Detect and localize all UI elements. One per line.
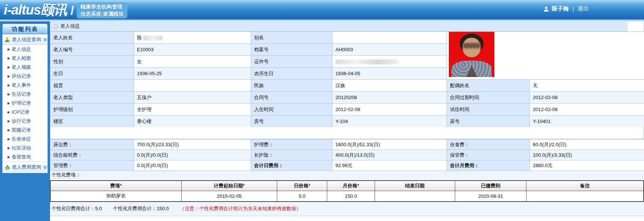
field-label: 档案号: [251, 44, 332, 56]
bullet-icon: [7, 85, 9, 86]
field-label: 入住时间: [251, 104, 332, 116]
field-label: 民族: [251, 80, 332, 92]
fee-value-management: 0.0(月)/0.0(日): [134, 160, 251, 171]
field-label: 老人姓名: [50, 32, 134, 44]
fee-label-insurance: 长护险：: [251, 150, 332, 160]
bullet-icon: [7, 76, 9, 77]
cell-monthly-price: 150.0: [327, 191, 375, 202]
field-value-checkin-time: 2012-02-08: [332, 104, 447, 116]
redacted-value: [335, 59, 399, 64]
money-bag-icon: $: [5, 165, 10, 170]
field-value-lunar-birthday: 1936-04-05: [332, 68, 447, 80]
sidebar-section-elder-info-query[interactable]: 老人信息查询: [3, 34, 47, 45]
field-label: 床号: [447, 116, 530, 128]
sidebar: 功能列表 老人信息查询 老人信息: [0, 21, 50, 221]
summary-daily-total: 个性化日费用合计：5.0: [51, 206, 102, 211]
redacted-value: [143, 36, 163, 40]
sidebar-item-elder-info[interactable]: 老人信息: [3, 45, 47, 54]
sidebar-item-life-records[interactable]: 生活记录: [3, 90, 47, 99]
field-label: 证件号: [251, 56, 332, 68]
table-row: 管理费： 0.0(月)/0.0(日) 合计日费用： 92.99元 合计月费用： …: [50, 160, 644, 171]
bullet-icon: [7, 156, 9, 158]
fee-value-insurance: 400.0(月)/13.0(日): [332, 150, 447, 160]
bullet-icon: [7, 58, 9, 59]
cell-end-date: [375, 191, 455, 202]
field-value-elder-id: E10003: [134, 44, 251, 56]
sidebar-item-vital-signs[interactable]: 生命体征: [3, 135, 47, 144]
sidebar-item-recipe-query[interactable]: 食谱查询: [3, 153, 47, 162]
sidebar-item-diagnosis-records[interactable]: 诊疗记录: [3, 117, 47, 126]
cell-remarks: [526, 191, 644, 202]
user-icon: [543, 6, 549, 12]
sidebar-item-elder-video[interactable]: 老人视频: [3, 63, 47, 72]
cell-daily-price: 5.0: [277, 191, 327, 202]
top-header-bar: i-altus颐讯 / 颐康养老机构管理 信息系统-家属模块 陈子梅 | 退出: [0, 0, 644, 19]
bullet-icon: [7, 49, 9, 50]
sidebar-item-medical-orders[interactable]: 医嘱记录: [3, 126, 47, 135]
table-row: 籍贯 民族 汉族 配偶姓名 无: [50, 80, 644, 92]
cell-paid-until: 2020-08-31: [455, 191, 526, 202]
sidebar-section-label: 老人信息查询: [12, 36, 41, 43]
fee-value-energy: 0.0(月)/0.0(日): [134, 150, 251, 160]
required-asterisk: *: [357, 183, 359, 188]
person-icon: [5, 37, 10, 42]
bullet-icon: [7, 111, 9, 113]
sidebar-item-community-activities[interactable]: 社区活动: [3, 144, 47, 153]
field-label: 别名: [251, 32, 332, 44]
personalized-summary: 个性化日费用合计：5.0 个性化月费用合计：150.0 （注意：个性化费用合计统…: [51, 205, 301, 212]
brand-area: i-altus颐讯 / 颐康养老机构管理 信息系统-家属模块: [4, 1, 127, 19]
fee-label-management: 管理费：: [50, 160, 134, 171]
elder-photo-cell: [447, 32, 644, 80]
chevron-down-icon[interactable]: [43, 165, 47, 169]
field-value-care-level: 全护理: [134, 104, 251, 116]
field-value-ethnicity: 汉族: [332, 80, 447, 92]
table-row: 协助穿衣 2015-02-05 5.0 150.0 2020-08-31: [50, 191, 644, 202]
content-bottom-strip: [50, 216, 644, 221]
sidebar-item-assessment-records[interactable]: 评估记录: [3, 72, 47, 81]
corner-box: [628, 22, 643, 33]
table-row: 楼区 爱心楼 房号 Y-104 床号 Y-10401: [50, 116, 644, 128]
field-value-contract-expiry: 2012-02-08: [530, 92, 644, 104]
field-label: 籍贯: [50, 80, 134, 92]
field-label: 配偶姓名: [447, 80, 530, 92]
field-label: 试住时间: [447, 104, 530, 116]
logo: i-altus颐讯: [4, 1, 67, 19]
fee-label-storage: 保管费：: [447, 150, 530, 160]
personalized-fees-label: 个性化费项：: [51, 172, 81, 178]
section-header: 老人信息: [50, 21, 644, 31]
fee-value-storage: 100.0(月)/3.33(日): [530, 150, 644, 160]
field-label: 护理级别: [50, 104, 134, 116]
field-value-alias: [332, 32, 447, 44]
fee-label-bed: 床位费：: [50, 139, 134, 150]
sidebar-section-elder-fee-query[interactable]: $ 老人费用查询: [3, 162, 47, 172]
elder-photo: [449, 32, 494, 77]
col-header-paid-until: 已缴费到: [455, 181, 526, 191]
fee-label-energy: 综合能耗费：: [50, 150, 134, 160]
user-name-link[interactable]: 陈子梅: [552, 5, 569, 12]
chevron-up-icon[interactable]: [43, 37, 47, 42]
bullet-icon: [7, 67, 9, 68]
fee-value-daily-total: 92.99元: [332, 160, 447, 171]
logo-divider: /: [71, 3, 74, 18]
app-subtitle: 颐康养老机构管理 信息系统-家属模块: [77, 2, 127, 18]
field-value-id-number: [332, 56, 447, 68]
sidebar-item-nursing-records[interactable]: 护理记录: [3, 99, 47, 108]
field-label: 老人类型: [50, 92, 134, 104]
table-header-row: 费项* 计费起始日期* 日价格* 月价格* 结束日期 已缴费到 备注: [50, 181, 644, 191]
sidebar-item-icp-records[interactable]: ICP记录: [3, 108, 47, 117]
table-row: 综合能耗费： 0.0(月)/0.0(日) 长护险： 400.0(月)/13.0(…: [50, 150, 644, 160]
sidebar-item-elder-album[interactable]: 老人相册: [3, 54, 47, 63]
logout-link[interactable]: 退出: [578, 5, 589, 12]
elder-info-table: 老人姓名 陈 别名 老人编号 E10003 档案号: [50, 31, 644, 128]
radio-icon: [54, 24, 58, 28]
fee-value-bed: 700.0(月)/23.33(日): [134, 139, 251, 150]
col-header-remarks: 备注: [526, 181, 644, 191]
required-asterisk: *: [309, 183, 310, 188]
cell-fee-item: 协助穿衣: [50, 191, 181, 202]
bullet-icon: [7, 102, 9, 104]
app-root: i-altus颐讯 / 颐康养老机构管理 信息系统-家属模块 陈子梅 | 退出 …: [0, 0, 644, 221]
sidebar-panel: 老人信息查询 老人信息 老人相册 老人视频: [2, 34, 48, 173]
sidebar-item-elder-events[interactable]: 老人事件: [3, 81, 47, 90]
table-row: 床位费： 700.0(月)/23.33(日) 护理费： 1600.0(月)/51…: [50, 139, 644, 150]
table-spacer: [50, 127, 644, 139]
